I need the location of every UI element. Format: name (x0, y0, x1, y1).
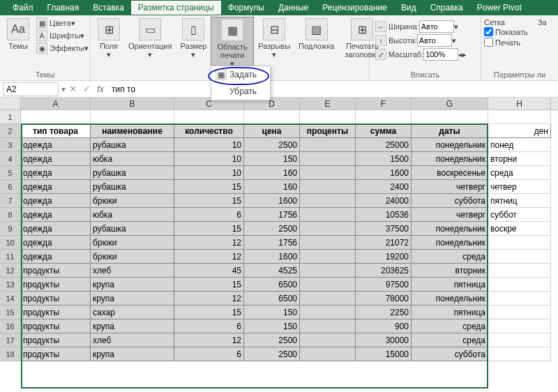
cell[interactable]: вторни (488, 152, 551, 166)
scale-height-input[interactable] (417, 34, 452, 47)
cell[interactable]: 15 (174, 222, 244, 236)
cell[interactable]: понед (488, 138, 551, 152)
col-header[interactable]: H (488, 98, 551, 110)
cell[interactable]: 1756 (244, 236, 300, 250)
cell[interactable]: 15 (174, 278, 244, 292)
row-header[interactable]: 3 (0, 138, 21, 152)
tab-power-pivot[interactable]: Power Pivot (470, 1, 529, 15)
tab-view[interactable]: Вид (394, 1, 423, 15)
row-header[interactable]: 12 (0, 264, 21, 278)
cell[interactable]: одежда (21, 250, 91, 264)
cell[interactable]: 6 (174, 208, 244, 222)
cell[interactable]: 6 (174, 319, 244, 333)
cell[interactable]: пятница (412, 278, 488, 292)
cell[interactable]: 150 (244, 306, 300, 319)
tab-formulas[interactable]: Формулы (221, 1, 271, 15)
tab-data[interactable]: Данные (271, 1, 315, 15)
cell[interactable]: продукты (21, 292, 91, 306)
scale-width-input[interactable] (419, 20, 454, 33)
cell[interactable] (300, 264, 356, 278)
tab-review[interactable]: Рецензирование (315, 1, 394, 15)
cell[interactable]: брюки (91, 194, 174, 208)
cell[interactable]: юбка (91, 152, 174, 166)
cell[interactable]: понедельник (412, 222, 488, 236)
cell[interactable]: 45 (174, 264, 244, 278)
cell[interactable]: среда (412, 250, 488, 264)
cell[interactable]: четверг (412, 180, 488, 194)
col-header[interactable]: G (412, 98, 488, 110)
cell[interactable]: 6500 (244, 278, 300, 292)
cancel-button[interactable]: ✕ (66, 84, 80, 94)
fonts-button[interactable]: AШрифты ▾ (33, 29, 91, 42)
row-header[interactable]: 1 (0, 110, 21, 124)
print-area-clear[interactable]: ▦Убрать (211, 83, 270, 100)
cell[interactable]: 97500 (356, 278, 412, 292)
cell[interactable]: одежда (21, 208, 91, 222)
cell[interactable]: одежда (21, 236, 91, 250)
cell[interactable] (300, 236, 356, 250)
row-header[interactable]: 2 (0, 124, 21, 138)
cell[interactable]: 900 (356, 319, 412, 333)
cell[interactable]: продукты (21, 333, 91, 347)
cell[interactable]: 10 (174, 138, 244, 152)
row-header[interactable]: 15 (0, 306, 21, 319)
margins-button[interactable]: ⊞Поля▾ (93, 17, 124, 61)
name-box[interactable] (3, 82, 59, 96)
cell[interactable]: 15 (174, 194, 244, 208)
worksheet-grid[interactable]: A B C D E F G H 1 2 тип товара наименова… (0, 98, 558, 392)
cell[interactable] (300, 222, 356, 236)
cell[interactable]: четверг (412, 208, 488, 222)
tab-home[interactable]: Главная (40, 1, 86, 15)
cell[interactable] (300, 250, 356, 264)
enter-button[interactable]: ✓ (80, 84, 93, 94)
cell[interactable]: одежда (21, 152, 91, 166)
print-area-button[interactable]: ▦Область печати▾ (211, 17, 254, 70)
cell[interactable] (300, 319, 356, 333)
cell[interactable] (300, 152, 356, 166)
cell[interactable]: 2500 (244, 138, 300, 152)
cell[interactable]: продукты (21, 319, 91, 333)
cell[interactable] (300, 194, 356, 208)
cell[interactable]: суббот (488, 208, 551, 222)
cell[interactable]: одежда (21, 166, 91, 180)
grid-show-check[interactable]: Показать (484, 27, 528, 37)
cell[interactable] (300, 347, 356, 361)
col-header[interactable]: E (300, 98, 356, 110)
cell[interactable]: сахар (91, 306, 174, 319)
cell[interactable]: 78000 (356, 292, 412, 306)
cell[interactable]: понедельник (412, 292, 488, 306)
cell[interactable]: 150 (244, 152, 300, 166)
col-header[interactable]: F (356, 98, 412, 110)
cell[interactable]: брюки (91, 250, 174, 264)
row-header[interactable]: 7 (0, 194, 21, 208)
row-header[interactable]: 14 (0, 292, 21, 306)
cell[interactable]: пятница (412, 306, 488, 319)
cell[interactable] (488, 306, 551, 319)
grid-print-check[interactable]: Печать (484, 37, 528, 47)
cell[interactable] (300, 306, 356, 319)
cell[interactable]: рубашка (91, 166, 174, 180)
background-button[interactable]: ▨Подложка (294, 17, 338, 52)
cell[interactable]: пятниц (488, 194, 551, 208)
formula-input[interactable] (107, 84, 558, 94)
cell[interactable]: среда (412, 319, 488, 333)
cell[interactable]: вторник (412, 264, 488, 278)
tab-help[interactable]: Справка (423, 1, 470, 15)
cell[interactable]: крупа (91, 347, 174, 361)
cell[interactable]: 25000 (356, 138, 412, 152)
cell[interactable] (300, 180, 356, 194)
colors-button[interactable]: ▦Цвета ▾ (33, 17, 91, 29)
cell[interactable] (488, 278, 551, 292)
cell[interactable]: 203625 (356, 264, 412, 278)
orientation-button[interactable]: ▭Ориентация▾ (124, 17, 176, 61)
cell[interactable] (488, 292, 551, 306)
cell[interactable]: среда (412, 333, 488, 347)
select-all-corner[interactable] (0, 98, 21, 110)
cell[interactable]: 10 (174, 152, 244, 166)
cell[interactable]: 4525 (244, 264, 300, 278)
col-header[interactable]: A (21, 98, 91, 110)
cell[interactable]: воскресенье (412, 166, 488, 180)
cell[interactable]: продукты (21, 347, 91, 361)
cell[interactable]: 12 (174, 333, 244, 347)
row-header[interactable]: 16 (0, 319, 21, 333)
